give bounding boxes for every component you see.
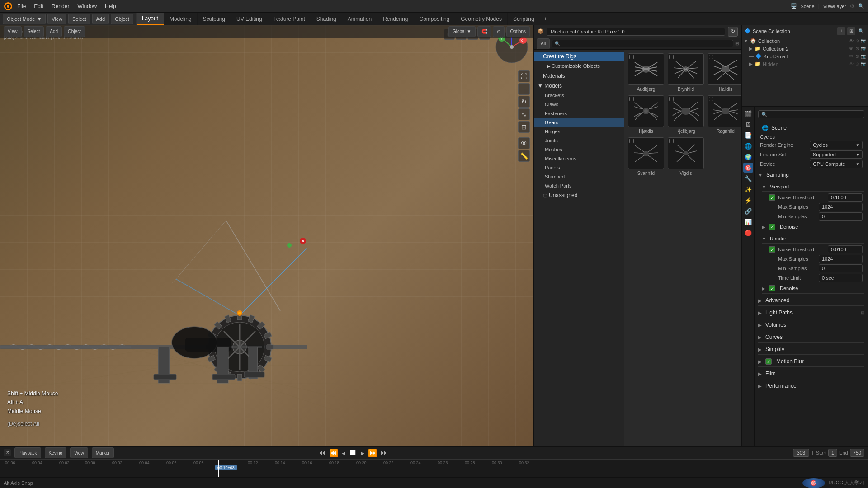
category-meshes[interactable]: Meshes <box>534 145 624 154</box>
film-section[interactable]: ▶ Film <box>758 369 864 379</box>
render-noise-checkbox[interactable] <box>769 246 775 253</box>
object-mode-selector[interactable]: Object Mode ▼ <box>3 14 46 24</box>
jump-end-btn[interactable]: ⏭ <box>381 449 388 457</box>
menu-window[interactable]: Window <box>74 2 100 10</box>
asset-checkbox-ragnhild[interactable] <box>709 97 713 101</box>
next-keyframe-btn[interactable]: ⏩ <box>368 449 377 457</box>
light-paths-section[interactable]: ▶ Light Paths ⊞ <box>758 308 864 318</box>
denoise2-checkbox[interactable] <box>769 285 775 291</box>
viewport-sampling-header[interactable]: ▼ Viewport <box>762 182 864 192</box>
tab-geometry-nodes[interactable]: Geometry Nodes <box>455 13 508 25</box>
add-menu[interactable]: Add <box>92 14 109 24</box>
asset-checkbox-vigdis[interactable] <box>669 139 674 143</box>
advanced-section[interactable]: ▶ Advanced <box>758 296 864 306</box>
tab-rendering[interactable]: Rendering <box>377 13 414 25</box>
tab-animation[interactable]: Animation <box>342 13 377 25</box>
category-stamped[interactable]: Stamped <box>534 172 624 181</box>
col2-select-icon[interactable]: ⊙ <box>855 46 859 51</box>
asset-checkbox-svanhild[interactable] <box>629 139 634 143</box>
viewport-max-samples-value[interactable]: 1024 <box>819 203 863 211</box>
category-creature-rigs[interactable]: Creature Rigs <box>534 52 624 61</box>
view-menu[interactable]: View <box>47 14 66 24</box>
menu-file[interactable]: File <box>14 2 29 10</box>
knot-render-icon[interactable]: 📷 <box>861 54 866 59</box>
knot-select-icon[interactable]: ⊙ <box>855 54 859 59</box>
col-eye-icon[interactable]: 👁 <box>849 38 854 43</box>
keying-menu[interactable]: Keying <box>45 447 67 458</box>
jump-start-btn[interactable]: ⏮ <box>318 449 326 457</box>
asset-hjordis[interactable]: Hjørdis <box>628 95 664 134</box>
play-btn[interactable]: ⏹ <box>349 448 357 458</box>
motion-blur-checkbox[interactable] <box>765 358 772 365</box>
prop-particles-icon-btn[interactable]: ✨ <box>743 184 753 194</box>
start-frame-input[interactable]: 1 <box>828 449 837 457</box>
category-unassigned[interactable]: ▢ Unassigned <box>534 190 624 200</box>
scene-collection-add[interactable]: + <box>837 27 845 35</box>
proportional-edit[interactable]: ⊙ <box>493 26 505 37</box>
prop-render-icon-btn[interactable]: 🎬 <box>743 108 753 118</box>
asset-svanhild[interactable]: Svanhild <box>628 137 664 176</box>
prev-keyframe-btn[interactable]: ⏪ <box>329 449 338 457</box>
col2-eye-icon[interactable]: 👁 <box>849 46 854 51</box>
collection-item-hidden[interactable]: ▶ 📁 Hidden 👁 ⊙ 📷 <box>742 60 868 68</box>
asset-checkbox-kjellbjorg[interactable] <box>669 97 674 101</box>
playback-menu[interactable]: Playback <box>14 447 41 458</box>
measure-tool[interactable]: 📏 <box>518 150 530 162</box>
asset-refresh-btn[interactable]: ↻ <box>728 27 738 37</box>
hidden-select-icon[interactable]: ⊙ <box>855 61 859 66</box>
prop-constraints-icon-btn[interactable]: 🔗 <box>743 206 753 216</box>
asset-checkbox-hjordis[interactable] <box>629 97 634 101</box>
options-btn[interactable]: Options <box>506 26 530 37</box>
rotate-tool[interactable]: ↻ <box>518 96 530 108</box>
tab-shading[interactable]: Shading <box>311 13 342 25</box>
scale-tool[interactable]: ⤡ <box>518 108 530 120</box>
view-menu-timeline[interactable]: View <box>70 447 88 458</box>
prop-search-input[interactable] <box>758 110 864 118</box>
collection-item-main[interactable]: ▼ 🏠 Collection 👁 ⊙ 📷 <box>742 37 868 45</box>
render-engine-select[interactable]: Cycles <box>810 141 863 149</box>
denoise-checkbox[interactable] <box>769 224 775 230</box>
menu-help[interactable]: Help <box>101 2 120 10</box>
select-menu[interactable]: Select <box>68 14 90 24</box>
denoise2-header[interactable]: ▶ Denoise <box>762 283 864 294</box>
category-models[interactable]: ▼ Models <box>534 81 624 91</box>
collection-item-2[interactable]: ▶ 📁 Collection 2 👁 ⊙ 📷 <box>742 45 868 52</box>
category-claws[interactable]: Claws <box>534 100 624 109</box>
category-gears[interactable]: Gears <box>534 118 624 127</box>
transform-tool[interactable]: ⊞ <box>518 121 530 133</box>
marker-menu[interactable]: Marker <box>92 447 114 458</box>
asset-ragnhild[interactable]: Ragnhild <box>708 95 741 134</box>
object-menu[interactable]: Object <box>111 14 133 24</box>
category-customizable[interactable]: ▶ Customizable Objects <box>534 61 624 71</box>
asset-all-btn[interactable]: All <box>537 38 550 49</box>
tab-compositing[interactable]: Compositing <box>414 13 456 25</box>
menu-render[interactable]: Render <box>48 2 73 10</box>
curves-section[interactable]: ▶ Curves <box>758 332 864 343</box>
asset-search-bar[interactable]: 🔍 <box>552 40 733 47</box>
asset-filter-btn[interactable]: ⊞ <box>735 41 739 46</box>
prop-material-icon-btn[interactable]: 🔴 <box>743 228 753 238</box>
category-miscellaneous[interactable]: Miscellaneous <box>534 154 624 163</box>
viewport-3d[interactable]: User Perspective (303) Scene Collection … <box>0 25 533 446</box>
prop-world-icon-btn[interactable]: 🌍 <box>743 152 753 162</box>
viewport-object-menu[interactable]: Object <box>64 26 85 37</box>
category-brackets[interactable]: Brackets <box>534 91 624 100</box>
transform-global[interactable]: Global ▼ <box>448 26 476 37</box>
performance-section[interactable]: ▶ Performance <box>758 381 864 391</box>
asset-halldis[interactable]: Halldis <box>708 53 741 92</box>
view-options[interactable]: 👁 <box>518 137 530 149</box>
tab-sculpting[interactable]: Sculpting <box>198 13 231 25</box>
hidden-render-icon[interactable]: 📷 <box>861 61 866 66</box>
viewport-noise-checkbox[interactable] <box>769 194 775 201</box>
step-fwd-btn[interactable]: ▸ <box>361 449 364 457</box>
render-time-limit-value[interactable]: 0 sec <box>819 274 863 282</box>
denoise-header[interactable]: ▶ Denoise <box>762 222 864 232</box>
viewport-view-menu[interactable]: View <box>4 26 22 37</box>
category-materials[interactable]: Materials <box>534 71 624 81</box>
viewport-noise-value[interactable]: 0.1000 <box>828 193 863 202</box>
menu-edit[interactable]: Edit <box>30 2 47 10</box>
knot-eye-icon[interactable]: 👁 <box>849 54 854 59</box>
asset-vigdis[interactable]: Vigdis <box>668 137 704 176</box>
volumes-section[interactable]: ▶ Volumes <box>758 320 864 330</box>
current-frame-display[interactable]: 303 <box>793 449 809 457</box>
